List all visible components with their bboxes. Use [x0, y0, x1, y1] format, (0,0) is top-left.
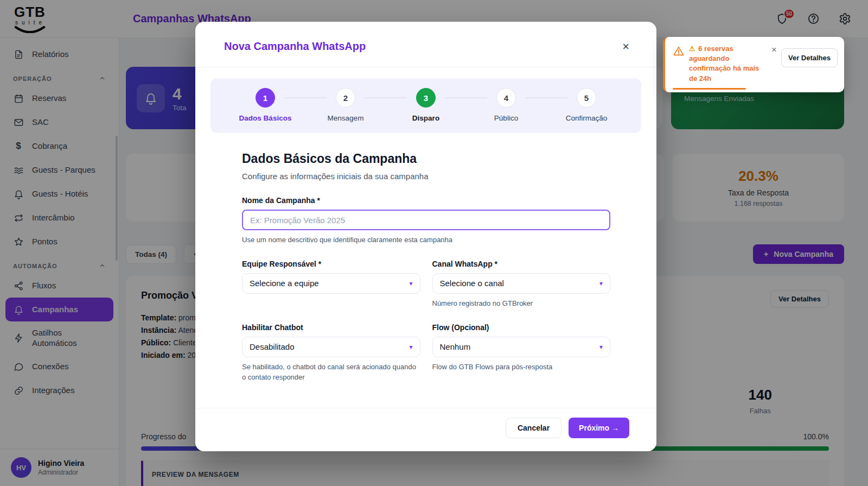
campaign-name-label: Nome da Campanha * — [242, 196, 610, 205]
step-disparo[interactable]: 3 Disparo — [407, 88, 445, 122]
close-icon[interactable]: × — [622, 41, 629, 53]
flow-select[interactable]: Nenhum ▾ — [432, 337, 611, 357]
chevron-down-icon: ▾ — [599, 343, 603, 351]
step-connector — [284, 97, 327, 98]
app-screen: GTB suite Campanhas WhatsApp 50 Relatóri… — [0, 0, 868, 486]
new-campaign-modal: Nova Campanha WhatsApp × 1 Dados Básicos… — [195, 22, 656, 451]
campaign-name-helper: Use um nome descritivo que identifique c… — [242, 235, 610, 245]
flow-label: Flow (Opcional) — [432, 323, 611, 332]
toast-details-button[interactable]: Ver Detalhes — [781, 48, 838, 67]
form-section-subtitle: Configure as informações iniciais da sua… — [242, 172, 610, 181]
step-connector — [365, 97, 407, 98]
step-confirmacao[interactable]: 5 Confirmação — [567, 88, 605, 122]
modal-header: Nova Campanha WhatsApp × — [195, 22, 656, 67]
modal-body: Dados Básicos da Campanha Configure as i… — [195, 133, 656, 408]
next-button[interactable]: Próximo → — [569, 418, 629, 438]
equipe-label: Equipe Responsável * — [242, 260, 420, 268]
chevron-down-icon: ▾ — [409, 343, 412, 351]
toast-timer-bar — [673, 88, 746, 90]
step-connector — [445, 97, 487, 98]
modal-title: Nova Campanha WhatsApp — [224, 40, 366, 53]
chevron-down-icon: ▾ — [409, 280, 412, 287]
chatbot-helper: Se habilitado, o chatbot do canal será a… — [242, 362, 420, 383]
toast-close-icon[interactable]: × — [771, 45, 777, 54]
chatbot-select[interactable]: Desabilitado ▾ — [242, 337, 420, 357]
warning-emoji-icon: ⚠ — [689, 45, 695, 53]
equipe-select[interactable]: Selecione a equipe ▾ — [242, 273, 420, 294]
canal-label: Canal WhatsApp * — [432, 260, 611, 268]
step-wizard: 1 Dados Básicos 2 Mensagem 3 Disparo 4 P… — [210, 78, 641, 133]
warning-toast: ⚠ 6 reservas aguardando confirmação há m… — [663, 37, 844, 92]
flow-helper: Flow do GTB Flows para pós-resposta — [432, 362, 611, 373]
campaign-name-input[interactable] — [242, 210, 610, 230]
step-dados-basicos[interactable]: 1 Dados Básicos — [246, 88, 284, 122]
chevron-down-icon: ▾ — [599, 280, 603, 287]
canal-select[interactable]: Selecione o canal ▾ — [432, 273, 611, 294]
warning-triangle-icon — [673, 45, 685, 57]
form-section-title: Dados Básicos da Campanha — [242, 152, 610, 166]
step-mensagem[interactable]: 2 Mensagem — [327, 88, 365, 122]
step-connector — [525, 97, 567, 98]
step-publico[interactable]: 4 Público — [487, 88, 525, 122]
chatbot-label: Habilitar Chatbot — [242, 323, 420, 332]
canal-helper: Número registrado no GTBroker — [432, 299, 611, 309]
cancel-button[interactable]: Cancelar — [506, 418, 561, 438]
toast-message: ⚠ 6 reservas aguardando confirmação há m… — [689, 44, 767, 84]
modal-footer: Cancelar Próximo → — [195, 408, 656, 451]
